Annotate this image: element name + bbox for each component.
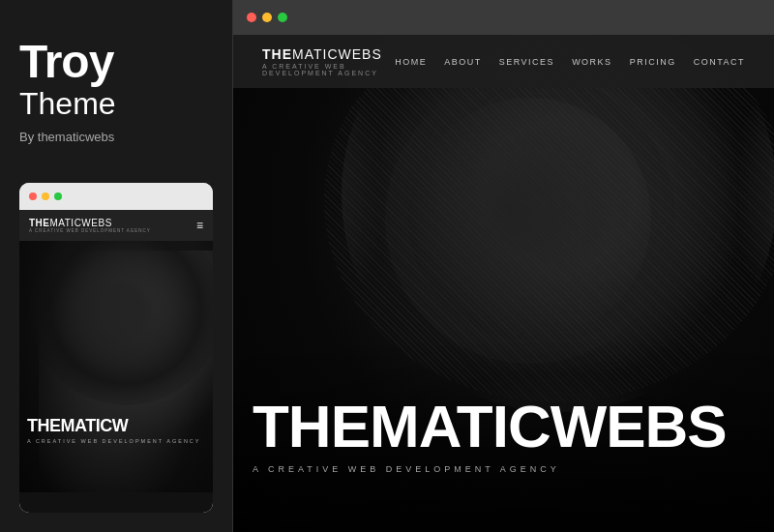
desktop-hero-title: THEMATICWEBS: [253, 397, 755, 457]
desktop-logo-block: THEMATICWEBS A CREATIVE WEB DEVELOPMENT …: [262, 46, 395, 76]
mobile-hero-title: THEMATICW: [27, 417, 205, 434]
left-panel: Troy Theme By thematicwebs THEMATICWEBS …: [0, 0, 232, 532]
mobile-hero-text: THEMATICW A CREATIVE WEB DEVELOPMENT AGE…: [27, 417, 205, 444]
mobile-browser-bar: [19, 183, 213, 210]
mobile-logo-sub: A CREATIVE WEB DEVELOPMENT AGENCY: [29, 228, 151, 233]
desktop-dot-red: [247, 13, 256, 22]
desktop-nav-links: HOME ABOUT SERVICES WORKS PRICING CONTAC…: [395, 57, 745, 67]
desktop-navbar: THEMATICWEBS A CREATIVE WEB DEVELOPMENT …: [233, 35, 774, 88]
nav-link-about[interactable]: ABOUT: [444, 57, 482, 67]
desktop-hero-text-block: THEMATICWEBS A CREATIVE WEB DEVELOPMENT …: [253, 397, 755, 474]
nav-link-pricing[interactable]: PRICING: [630, 57, 676, 67]
desktop-dot-green: [278, 13, 287, 22]
desktop-logo-sub: A CREATIVE WEB DEVELOPMENT AGENCY: [262, 63, 395, 76]
nav-link-contact[interactable]: CONTACT: [694, 57, 745, 67]
mobile-logo: THEMATICWEBS A CREATIVE WEB DEVELOPMENT …: [29, 218, 151, 233]
desktop-content: THEMATICWEBS A CREATIVE WEB DEVELOPMENT …: [233, 35, 774, 532]
theme-title-block: Troy Theme By thematicwebs: [19, 39, 213, 144]
right-panel: THEMATICWEBS A CREATIVE WEB DEVELOPMENT …: [232, 0, 774, 532]
mobile-hero-subtitle: A CREATIVE WEB DEVELOPMENT AGENCY: [27, 438, 205, 444]
theme-name-theme: Theme: [19, 85, 213, 122]
desktop-browser-bar: [233, 0, 774, 35]
theme-author: By thematicwebs: [19, 130, 213, 144]
mobile-navbar: THEMATICWEBS A CREATIVE WEB DEVELOPMENT …: [19, 210, 213, 241]
desktop-dot-yellow: [262, 13, 272, 22]
logo-bold: THE: [262, 46, 292, 62]
mobile-preview-card: THEMATICWEBS A CREATIVE WEB DEVELOPMENT …: [19, 183, 213, 513]
nav-link-works[interactable]: WORKS: [572, 57, 612, 67]
desktop-hero-subtitle: A CREATIVE WEB DEVELOPMENT AGENCY: [253, 464, 755, 474]
logo-light: MATICWEBS: [292, 46, 382, 62]
mobile-dot-green: [54, 192, 62, 200]
mobile-hero: THEMATICW A CREATIVE WEB DEVELOPMENT AGE…: [19, 241, 213, 492]
theme-name-troy: Troy: [19, 39, 213, 85]
mobile-dot-yellow: [42, 192, 49, 200]
mobile-content: THEMATICWEBS A CREATIVE WEB DEVELOPMENT …: [19, 210, 213, 513]
handlebar-depth: [396, 93, 638, 335]
mobile-hamburger-icon[interactable]: ≡: [196, 219, 203, 232]
nav-link-home[interactable]: HOME: [395, 57, 427, 67]
mobile-logo-text: THEMATICWEBS: [29, 218, 151, 228]
desktop-logo: THEMATICWEBS: [262, 46, 395, 62]
mobile-handlebar-inner: [53, 251, 179, 376]
mobile-dot-red: [29, 192, 37, 200]
nav-link-services[interactable]: SERVICES: [499, 57, 554, 67]
